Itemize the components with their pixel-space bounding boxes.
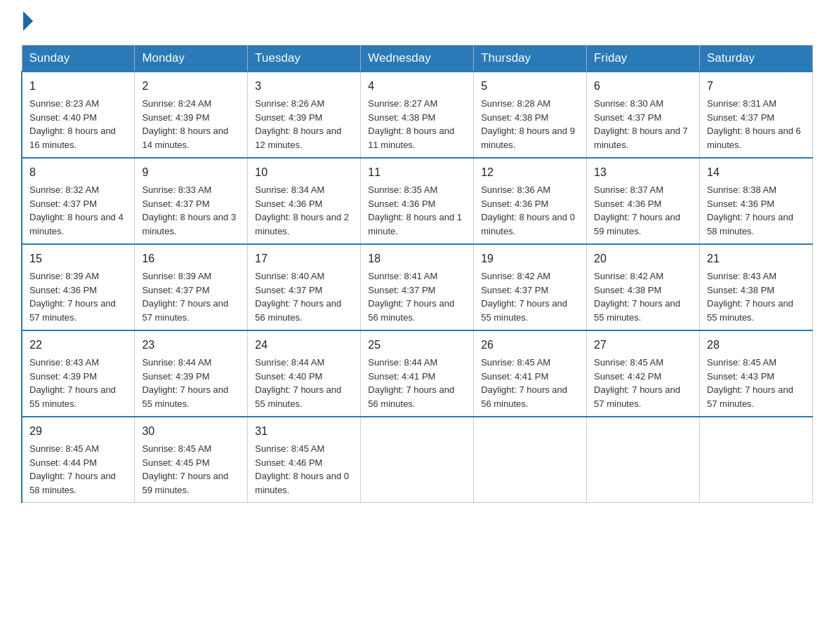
day-number: 23 — [142, 337, 240, 354]
day-info: Sunrise: 8:45 AMSunset: 4:45 PMDaylight:… — [142, 443, 228, 495]
calendar-cell: 5Sunrise: 8:28 AMSunset: 4:38 PMDaylight… — [474, 72, 587, 158]
day-info: Sunrise: 8:44 AMSunset: 4:39 PMDaylight:… — [142, 357, 228, 409]
day-number: 7 — [707, 78, 805, 95]
day-info: Sunrise: 8:26 AMSunset: 4:39 PMDaylight:… — [255, 98, 341, 150]
day-info: Sunrise: 8:38 AMSunset: 4:36 PMDaylight:… — [707, 185, 793, 236]
day-info: Sunrise: 8:45 AMSunset: 4:43 PMDaylight:… — [707, 357, 793, 409]
calendar-cell: 18Sunrise: 8:41 AMSunset: 4:37 PMDayligh… — [361, 244, 474, 330]
calendar-cell: 13Sunrise: 8:37 AMSunset: 4:36 PMDayligh… — [587, 158, 700, 244]
calendar-cell: 24Sunrise: 8:44 AMSunset: 4:40 PMDayligh… — [248, 330, 361, 417]
day-number: 31 — [255, 423, 353, 440]
calendar-cell: 14Sunrise: 8:38 AMSunset: 4:36 PMDayligh… — [700, 158, 813, 244]
day-number: 1 — [29, 78, 127, 95]
calendar-week-3: 15Sunrise: 8:39 AMSunset: 4:36 PMDayligh… — [22, 244, 813, 330]
day-info: Sunrise: 8:45 AMSunset: 4:41 PMDaylight:… — [481, 357, 567, 409]
calendar-cell — [587, 417, 700, 503]
day-info: Sunrise: 8:30 AMSunset: 4:37 PMDaylight:… — [594, 98, 688, 150]
day-info: Sunrise: 8:41 AMSunset: 4:37 PMDaylight:… — [368, 271, 454, 323]
day-number: 12 — [481, 164, 579, 181]
calendar-cell: 2Sunrise: 8:24 AMSunset: 4:39 PMDaylight… — [135, 72, 248, 158]
page-header — [21, 14, 813, 31]
day-info: Sunrise: 8:27 AMSunset: 4:38 PMDaylight:… — [368, 98, 454, 150]
day-number: 20 — [594, 250, 692, 267]
calendar-cell: 1Sunrise: 8:23 AMSunset: 4:40 PMDaylight… — [22, 72, 135, 158]
day-number: 21 — [707, 250, 805, 267]
day-number: 11 — [368, 164, 466, 181]
day-info: Sunrise: 8:44 AMSunset: 4:40 PMDaylight:… — [255, 357, 341, 409]
logo — [21, 14, 33, 31]
header-day-tuesday: Tuesday — [248, 46, 361, 72]
calendar-cell: 4Sunrise: 8:27 AMSunset: 4:38 PMDaylight… — [361, 72, 474, 158]
day-info: Sunrise: 8:39 AMSunset: 4:37 PMDaylight:… — [142, 271, 228, 323]
day-number: 29 — [29, 423, 127, 440]
day-info: Sunrise: 8:37 AMSunset: 4:36 PMDaylight:… — [594, 185, 680, 236]
day-number: 2 — [142, 78, 240, 95]
calendar-week-2: 8Sunrise: 8:32 AMSunset: 4:37 PMDaylight… — [22, 158, 813, 244]
day-info: Sunrise: 8:43 AMSunset: 4:38 PMDaylight:… — [707, 271, 793, 323]
calendar-cell: 17Sunrise: 8:40 AMSunset: 4:37 PMDayligh… — [248, 244, 361, 330]
day-number: 24 — [255, 337, 353, 354]
day-number: 19 — [481, 250, 579, 267]
day-number: 27 — [594, 337, 692, 354]
day-number: 25 — [368, 337, 466, 354]
calendar-cell: 23Sunrise: 8:44 AMSunset: 4:39 PMDayligh… — [135, 330, 248, 417]
day-number: 18 — [368, 250, 466, 267]
calendar-cell — [700, 417, 813, 503]
day-info: Sunrise: 8:32 AMSunset: 4:37 PMDaylight:… — [29, 185, 124, 236]
day-info: Sunrise: 8:33 AMSunset: 4:37 PMDaylight:… — [142, 185, 236, 236]
calendar-week-4: 22Sunrise: 8:43 AMSunset: 4:39 PMDayligh… — [22, 330, 813, 417]
calendar-cell: 6Sunrise: 8:30 AMSunset: 4:37 PMDaylight… — [587, 72, 700, 158]
calendar-cell — [474, 417, 587, 503]
calendar-cell: 7Sunrise: 8:31 AMSunset: 4:37 PMDaylight… — [700, 72, 813, 158]
logo-triangle-icon — [23, 11, 33, 31]
calendar-table: SundayMondayTuesdayWednesdayThursdayFrid… — [21, 45, 813, 503]
calendar-header: SundayMondayTuesdayWednesdayThursdayFrid… — [22, 46, 813, 72]
calendar-cell: 25Sunrise: 8:44 AMSunset: 4:41 PMDayligh… — [361, 330, 474, 417]
day-info: Sunrise: 8:35 AMSunset: 4:36 PMDaylight:… — [368, 185, 462, 236]
day-number: 6 — [594, 78, 692, 95]
calendar-cell: 8Sunrise: 8:32 AMSunset: 4:37 PMDaylight… — [22, 158, 135, 244]
calendar-cell: 10Sunrise: 8:34 AMSunset: 4:36 PMDayligh… — [248, 158, 361, 244]
day-info: Sunrise: 8:36 AMSunset: 4:36 PMDaylight:… — [481, 185, 575, 236]
day-number: 9 — [142, 164, 240, 181]
calendar-cell: 15Sunrise: 8:39 AMSunset: 4:36 PMDayligh… — [22, 244, 135, 330]
header-day-friday: Friday — [587, 46, 700, 72]
calendar-cell: 20Sunrise: 8:42 AMSunset: 4:38 PMDayligh… — [587, 244, 700, 330]
header-row: SundayMondayTuesdayWednesdayThursdayFrid… — [22, 46, 813, 72]
header-day-sunday: Sunday — [22, 46, 135, 72]
day-info: Sunrise: 8:28 AMSunset: 4:38 PMDaylight:… — [481, 98, 575, 150]
day-number: 8 — [29, 164, 127, 181]
calendar-cell: 27Sunrise: 8:45 AMSunset: 4:42 PMDayligh… — [587, 330, 700, 417]
day-number: 16 — [142, 250, 240, 267]
calendar-week-1: 1Sunrise: 8:23 AMSunset: 4:40 PMDaylight… — [22, 72, 813, 158]
day-number: 14 — [707, 164, 805, 181]
calendar-cell — [361, 417, 474, 503]
day-info: Sunrise: 8:45 AMSunset: 4:46 PMDaylight:… — [255, 443, 349, 495]
calendar-cell: 11Sunrise: 8:35 AMSunset: 4:36 PMDayligh… — [361, 158, 474, 244]
header-day-wednesday: Wednesday — [361, 46, 474, 72]
day-number: 13 — [594, 164, 692, 181]
day-info: Sunrise: 8:34 AMSunset: 4:36 PMDaylight:… — [255, 185, 349, 236]
day-info: Sunrise: 8:42 AMSunset: 4:38 PMDaylight:… — [594, 271, 680, 323]
calendar-cell: 29Sunrise: 8:45 AMSunset: 4:44 PMDayligh… — [22, 417, 135, 503]
day-number: 3 — [255, 78, 353, 95]
calendar-cell: 22Sunrise: 8:43 AMSunset: 4:39 PMDayligh… — [22, 330, 135, 417]
calendar-body: 1Sunrise: 8:23 AMSunset: 4:40 PMDaylight… — [22, 72, 813, 503]
day-number: 10 — [255, 164, 353, 181]
calendar-cell: 31Sunrise: 8:45 AMSunset: 4:46 PMDayligh… — [248, 417, 361, 503]
calendar-cell: 26Sunrise: 8:45 AMSunset: 4:41 PMDayligh… — [474, 330, 587, 417]
day-info: Sunrise: 8:23 AMSunset: 4:40 PMDaylight:… — [29, 98, 116, 150]
calendar-cell: 12Sunrise: 8:36 AMSunset: 4:36 PMDayligh… — [474, 158, 587, 244]
day-info: Sunrise: 8:40 AMSunset: 4:37 PMDaylight:… — [255, 271, 341, 323]
day-number: 5 — [481, 78, 579, 95]
day-info: Sunrise: 8:42 AMSunset: 4:37 PMDaylight:… — [481, 271, 567, 323]
day-info: Sunrise: 8:44 AMSunset: 4:41 PMDaylight:… — [368, 357, 454, 409]
header-day-saturday: Saturday — [700, 46, 813, 72]
day-info: Sunrise: 8:43 AMSunset: 4:39 PMDaylight:… — [29, 357, 116, 409]
day-number: 30 — [142, 423, 240, 440]
day-number: 17 — [255, 250, 353, 267]
calendar-cell: 3Sunrise: 8:26 AMSunset: 4:39 PMDaylight… — [248, 72, 361, 158]
calendar-cell: 16Sunrise: 8:39 AMSunset: 4:37 PMDayligh… — [135, 244, 248, 330]
day-number: 22 — [29, 337, 127, 354]
day-number: 15 — [29, 250, 127, 267]
